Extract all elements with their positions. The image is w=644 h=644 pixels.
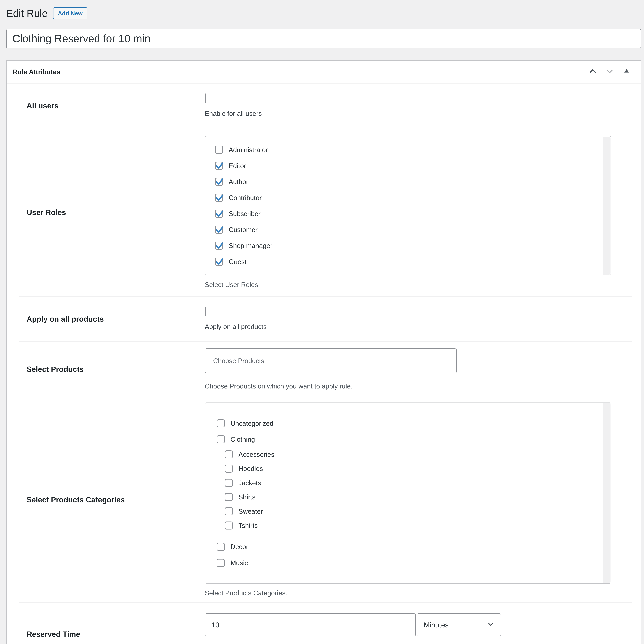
role-checkbox-item[interactable]: Administrator <box>205 142 611 158</box>
metabox-handle-actions <box>587 67 635 77</box>
role-label: Contributor <box>229 194 262 202</box>
page-header: Edit Rule Add New <box>6 7 641 20</box>
all-users-description: Enable for all users <box>205 109 632 117</box>
category-checkbox-item[interactable]: Music <box>205 555 611 571</box>
category-checkbox[interactable] <box>225 522 233 529</box>
role-checkbox[interactable] <box>215 178 223 186</box>
page-title: Edit Rule <box>6 7 48 20</box>
category-checkbox-item[interactable]: Shirts <box>205 490 611 504</box>
role-label: Administrator <box>229 146 268 154</box>
role-checkbox-item[interactable]: Subscriber <box>205 206 611 222</box>
metabox-header: Rule Attributes <box>7 61 641 83</box>
apply-all-products-label: Apply on all products <box>19 297 205 341</box>
role-checkbox-item[interactable]: Author <box>205 174 611 190</box>
role-checkbox[interactable] <box>215 162 223 170</box>
category-checkbox-item[interactable]: Hoodies <box>205 461 611 476</box>
category-label: Jackets <box>238 479 261 487</box>
product-categories-label: Select Products Categories <box>19 397 205 602</box>
select-products-help: Choose Products on which you want to app… <box>205 382 632 390</box>
role-label: Shop manager <box>229 242 272 249</box>
row-user-roles: User Roles Administrator Editor <box>19 128 632 297</box>
user-roles-help: Select User Roles. <box>205 281 632 289</box>
row-select-products: Select Products Choose Products Choose P… <box>19 342 632 397</box>
role-checkbox-item[interactable]: Guest <box>205 254 611 270</box>
product-categories-listbox: Uncategorized Clothing Accessories Hoodi… <box>205 403 611 584</box>
category-label: Music <box>230 559 248 567</box>
add-new-button[interactable]: Add New <box>53 7 87 19</box>
reserved-time-input[interactable] <box>205 613 416 636</box>
role-label: Editor <box>229 162 246 170</box>
triangle-up-icon <box>623 68 630 76</box>
role-checkbox[interactable] <box>215 242 223 250</box>
apply-all-products-description: Apply on all products <box>205 323 632 331</box>
category-label: Clothing <box>230 435 255 443</box>
category-label: Shirts <box>238 493 255 501</box>
user-roles-listbox: Administrator Editor Author Contributor <box>205 136 611 275</box>
choose-products-input[interactable]: Choose Products <box>205 348 457 373</box>
reserved-time-label: Reserved Time <box>19 603 205 644</box>
category-label: Hoodies <box>238 465 263 472</box>
chevron-down-icon <box>487 620 495 630</box>
rule-name-input[interactable] <box>6 29 641 48</box>
select-products-label: Select Products <box>19 342 205 397</box>
all-users-label: All users <box>19 83 205 128</box>
category-label: Sweater <box>238 507 263 515</box>
category-label: Decor <box>230 543 248 551</box>
metabox-title: Rule Attributes <box>13 68 60 76</box>
category-checkbox[interactable] <box>225 507 233 515</box>
chevron-down-icon <box>605 66 615 78</box>
rule-attributes-metabox: Rule Attributes <box>6 60 641 644</box>
category-checkbox[interactable] <box>225 479 233 487</box>
role-checkbox-item[interactable]: Contributor <box>205 190 611 206</box>
move-down-button[interactable] <box>604 67 615 77</box>
category-checkbox[interactable] <box>225 493 233 501</box>
chevron-up-icon <box>588 66 598 78</box>
role-checkbox-item[interactable]: Editor <box>205 158 611 174</box>
category-checkbox-item[interactable]: Tshirts <box>205 518 611 533</box>
role-checkbox[interactable] <box>215 258 223 266</box>
row-product-categories: Select Products Categories Uncategorized… <box>19 397 632 603</box>
role-checkbox[interactable] <box>215 146 223 154</box>
all-users-checkbox[interactable] <box>205 94 206 103</box>
role-checkbox[interactable] <box>215 210 223 218</box>
category-checkbox[interactable] <box>217 559 225 567</box>
user-roles-label: User Roles <box>19 128 205 296</box>
category-checkbox[interactable] <box>217 419 225 427</box>
category-checkbox[interactable] <box>217 543 225 551</box>
role-checkbox[interactable] <box>215 226 223 234</box>
apply-all-products-checkbox[interactable] <box>205 307 206 316</box>
category-label: Uncategorized <box>230 420 273 427</box>
choose-products-placeholder: Choose Products <box>213 357 264 365</box>
role-label: Customer <box>229 226 258 234</box>
category-checkbox-item[interactable]: Sweater <box>205 504 611 518</box>
role-label: Guest <box>229 258 247 266</box>
reserved-time-unit-value: Minutes <box>424 621 449 629</box>
role-label: Subscriber <box>229 210 261 218</box>
role-checkbox-item[interactable]: Customer <box>205 222 611 238</box>
category-checkbox-item[interactable]: Uncategorized <box>205 415 611 431</box>
category-checkbox-item[interactable]: Decor <box>205 539 611 555</box>
category-checkbox-item[interactable]: Jackets <box>205 476 611 490</box>
row-reserved-time: Reserved Time Minutes Set time for produ… <box>19 603 632 644</box>
row-all-users: All users Enable for all users <box>19 83 632 129</box>
reserved-time-unit-select[interactable]: Minutes <box>417 613 501 636</box>
scrollbar-track[interactable] <box>603 137 611 275</box>
category-checkbox[interactable] <box>217 435 225 443</box>
edit-rule-page: Edit Rule Add New Rule Attributes <box>0 0 644 644</box>
role-checkbox-item[interactable]: Shop manager <box>205 238 611 254</box>
category-checkbox-item[interactable]: Accessories <box>205 447 611 461</box>
category-checkbox[interactable] <box>225 465 233 473</box>
move-up-button[interactable] <box>587 67 598 77</box>
role-checkbox[interactable] <box>215 194 223 202</box>
row-apply-all-products: Apply on all products Apply on all produ… <box>19 297 632 342</box>
category-label: Tshirts <box>238 522 258 529</box>
category-checkbox-item[interactable]: Clothing <box>205 431 611 447</box>
toggle-panel-button[interactable] <box>621 67 632 77</box>
role-label: Author <box>229 178 248 186</box>
category-checkbox[interactable] <box>225 450 233 458</box>
scrollbar-track[interactable] <box>603 403 611 583</box>
category-label: Accessories <box>238 451 274 458</box>
product-categories-help: Select Products Categories. <box>205 589 632 597</box>
